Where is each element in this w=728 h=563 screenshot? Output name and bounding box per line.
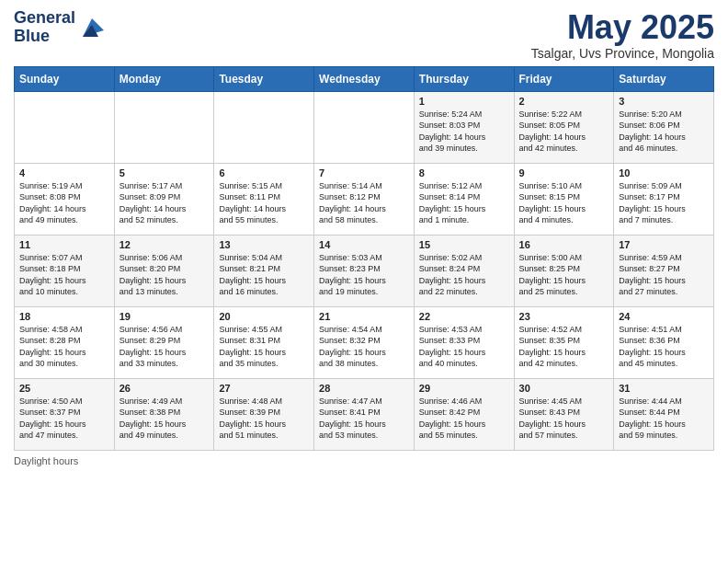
day-info: Sunrise: 4:45 AM Sunset: 8:43 PM Dayligh… <box>519 396 609 442</box>
logo-text: General Blue <box>14 9 75 46</box>
calendar-cell: 30Sunrise: 4:45 AM Sunset: 8:43 PM Dayli… <box>514 378 614 450</box>
calendar-week-2: 4Sunrise: 5:19 AM Sunset: 8:08 PM Daylig… <box>15 163 714 235</box>
day-info: Sunrise: 5:19 AM Sunset: 8:08 PM Dayligh… <box>19 180 109 226</box>
calendar-week-1: 1Sunrise: 5:24 AM Sunset: 8:03 PM Daylig… <box>15 91 714 163</box>
calendar-cell: 3Sunrise: 5:20 AM Sunset: 8:06 PM Daylig… <box>614 91 714 163</box>
day-number: 14 <box>319 239 409 250</box>
day-number: 22 <box>419 311 509 322</box>
day-info: Sunrise: 5:24 AM Sunset: 8:03 PM Dayligh… <box>419 109 509 155</box>
day-info: Sunrise: 5:03 AM Sunset: 8:23 PM Dayligh… <box>319 252 409 298</box>
day-number: 28 <box>319 383 409 394</box>
day-number: 6 <box>219 167 309 178</box>
day-info: Sunrise: 4:56 AM Sunset: 8:29 PM Dayligh… <box>119 324 210 370</box>
weekday-header-saturday: Saturday <box>614 66 714 91</box>
calendar-cell: 12Sunrise: 5:06 AM Sunset: 8:20 PM Dayli… <box>114 235 214 306</box>
day-number: 29 <box>419 383 509 394</box>
calendar-cell: 10Sunrise: 5:09 AM Sunset: 8:17 PM Dayli… <box>614 163 714 235</box>
day-info: Sunrise: 4:46 AM Sunset: 8:42 PM Dayligh… <box>419 396 509 442</box>
day-number: 19 <box>119 311 210 322</box>
day-number: 3 <box>619 96 709 107</box>
calendar-cell: 18Sunrise: 4:58 AM Sunset: 8:28 PM Dayli… <box>15 306 115 378</box>
day-number: 27 <box>219 383 309 394</box>
day-number: 10 <box>619 167 709 178</box>
calendar-cell: 31Sunrise: 4:44 AM Sunset: 8:44 PM Dayli… <box>614 378 714 450</box>
calendar-cell: 17Sunrise: 4:59 AM Sunset: 8:27 PM Dayli… <box>614 235 714 306</box>
calendar-cell <box>114 91 214 163</box>
day-number: 4 <box>19 167 109 178</box>
calendar-cell: 13Sunrise: 5:04 AM Sunset: 8:21 PM Dayli… <box>214 235 314 306</box>
calendar-cell: 21Sunrise: 4:54 AM Sunset: 8:32 PM Dayli… <box>314 306 415 378</box>
day-number: 26 <box>119 383 210 394</box>
day-number: 13 <box>219 239 309 250</box>
calendar-cell: 1Sunrise: 5:24 AM Sunset: 8:03 PM Daylig… <box>414 91 514 163</box>
calendar-cell: 14Sunrise: 5:03 AM Sunset: 8:23 PM Dayli… <box>314 235 415 306</box>
calendar-cell: 16Sunrise: 5:00 AM Sunset: 8:25 PM Dayli… <box>514 235 614 306</box>
day-number: 2 <box>519 96 609 107</box>
day-info: Sunrise: 4:47 AM Sunset: 8:41 PM Dayligh… <box>319 396 409 442</box>
day-info: Sunrise: 5:04 AM Sunset: 8:21 PM Dayligh… <box>219 252 309 298</box>
day-number: 17 <box>619 239 709 250</box>
calendar-cell: 24Sunrise: 4:51 AM Sunset: 8:36 PM Dayli… <box>614 306 714 378</box>
day-info: Sunrise: 5:10 AM Sunset: 8:15 PM Dayligh… <box>519 180 609 226</box>
calendar-cell: 28Sunrise: 4:47 AM Sunset: 8:41 PM Dayli… <box>314 378 415 450</box>
day-number: 15 <box>419 239 509 250</box>
day-info: Sunrise: 4:55 AM Sunset: 8:31 PM Dayligh… <box>219 324 309 370</box>
day-info: Sunrise: 5:22 AM Sunset: 8:05 PM Dayligh… <box>519 109 609 155</box>
day-number: 1 <box>419 96 509 107</box>
calendar-week-5: 25Sunrise: 4:50 AM Sunset: 8:37 PM Dayli… <box>15 378 714 450</box>
weekday-header-thursday: Thursday <box>414 66 514 91</box>
calendar-cell: 11Sunrise: 5:07 AM Sunset: 8:18 PM Dayli… <box>15 235 115 306</box>
calendar-cell: 15Sunrise: 5:02 AM Sunset: 8:24 PM Dayli… <box>414 235 514 306</box>
day-info: Sunrise: 5:17 AM Sunset: 8:09 PM Dayligh… <box>119 180 210 226</box>
day-info: Sunrise: 4:51 AM Sunset: 8:36 PM Dayligh… <box>619 324 709 370</box>
logo-icon <box>78 14 106 41</box>
calendar-cell: 4Sunrise: 5:19 AM Sunset: 8:08 PM Daylig… <box>15 163 115 235</box>
logo: General Blue <box>14 9 106 46</box>
day-info: Sunrise: 4:58 AM Sunset: 8:28 PM Dayligh… <box>19 324 109 370</box>
calendar-body: 1Sunrise: 5:24 AM Sunset: 8:03 PM Daylig… <box>15 91 714 450</box>
calendar-cell: 9Sunrise: 5:10 AM Sunset: 8:15 PM Daylig… <box>514 163 614 235</box>
day-number: 16 <box>519 239 609 250</box>
calendar-cell: 27Sunrise: 4:48 AM Sunset: 8:39 PM Dayli… <box>214 378 314 450</box>
calendar-header: SundayMondayTuesdayWednesdayThursdayFrid… <box>15 66 714 91</box>
calendar-cell: 22Sunrise: 4:53 AM Sunset: 8:33 PM Dayli… <box>414 306 514 378</box>
day-info: Sunrise: 4:48 AM Sunset: 8:39 PM Dayligh… <box>219 396 309 442</box>
calendar-cell: 7Sunrise: 5:14 AM Sunset: 8:12 PM Daylig… <box>314 163 415 235</box>
day-number: 9 <box>519 167 609 178</box>
calendar-cell: 26Sunrise: 4:49 AM Sunset: 8:38 PM Dayli… <box>114 378 214 450</box>
day-number: 21 <box>319 311 409 322</box>
title-block: May 2025 Tsalgar, Uvs Province, Mongolia <box>531 9 714 61</box>
calendar-cell: 2Sunrise: 5:22 AM Sunset: 8:05 PM Daylig… <box>514 91 614 163</box>
day-info: Sunrise: 4:49 AM Sunset: 8:38 PM Dayligh… <box>119 396 210 442</box>
calendar-cell <box>314 91 415 163</box>
calendar-cell: 19Sunrise: 4:56 AM Sunset: 8:29 PM Dayli… <box>114 306 214 378</box>
logo-blue: Blue <box>14 27 50 45</box>
day-info: Sunrise: 4:44 AM Sunset: 8:44 PM Dayligh… <box>619 396 709 442</box>
day-number: 18 <box>19 311 109 322</box>
day-info: Sunrise: 4:53 AM Sunset: 8:33 PM Dayligh… <box>419 324 509 370</box>
weekday-header-friday: Friday <box>514 66 614 91</box>
day-info: Sunrise: 5:07 AM Sunset: 8:18 PM Dayligh… <box>19 252 109 298</box>
day-number: 11 <box>19 239 109 250</box>
logo-general: General <box>14 8 75 27</box>
day-number: 24 <box>619 311 709 322</box>
calendar-cell: 8Sunrise: 5:12 AM Sunset: 8:14 PM Daylig… <box>414 163 514 235</box>
weekday-header-row: SundayMondayTuesdayWednesdayThursdayFrid… <box>15 66 714 91</box>
day-info: Sunrise: 5:02 AM Sunset: 8:24 PM Dayligh… <box>419 252 509 298</box>
day-number: 23 <box>519 311 609 322</box>
subtitle: Tsalgar, Uvs Province, Mongolia <box>531 46 714 61</box>
day-info: Sunrise: 4:59 AM Sunset: 8:27 PM Dayligh… <box>619 252 709 298</box>
calendar-cell <box>15 91 115 163</box>
day-info: Sunrise: 4:52 AM Sunset: 8:35 PM Dayligh… <box>519 324 609 370</box>
footer-note: Daylight hours <box>14 455 714 466</box>
day-info: Sunrise: 5:14 AM Sunset: 8:12 PM Dayligh… <box>319 180 409 226</box>
day-number: 12 <box>119 239 210 250</box>
day-info: Sunrise: 4:54 AM Sunset: 8:32 PM Dayligh… <box>319 324 409 370</box>
day-info: Sunrise: 5:15 AM Sunset: 8:11 PM Dayligh… <box>219 180 309 226</box>
calendar-cell: 29Sunrise: 4:46 AM Sunset: 8:42 PM Dayli… <box>414 378 514 450</box>
calendar-cell <box>214 91 314 163</box>
main-title: May 2025 <box>531 9 714 46</box>
day-info: Sunrise: 5:09 AM Sunset: 8:17 PM Dayligh… <box>619 180 709 226</box>
day-number: 20 <box>219 311 309 322</box>
header: General Blue May 2025 Tsalgar, Uvs Provi… <box>14 9 714 61</box>
